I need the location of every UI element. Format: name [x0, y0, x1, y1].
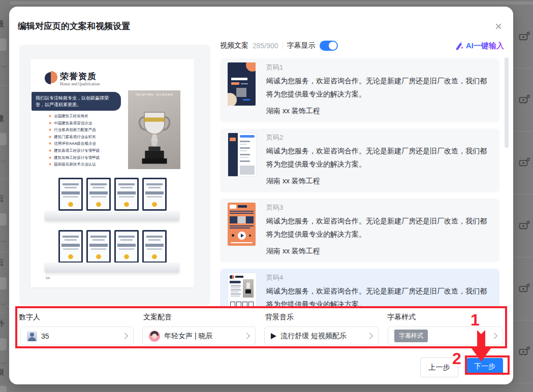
award-item: ★行业最具创新力配套产品 — [48, 127, 124, 135]
star-icon: ★ — [48, 127, 52, 132]
award-item: ★建筑门窗幕墙行业金轩奖 — [48, 135, 124, 142]
toggle-knob — [329, 42, 337, 50]
trophy-icon — [137, 107, 172, 167]
certificate — [86, 178, 111, 211]
page-copy-list: 页码1 竭诚为您服务，欢迎咨询合作。无论是新建厂房还是旧厂改造，我们都将为您提供… — [220, 58, 499, 307]
divider — [514, 320, 533, 320]
slide-page: 荣誉资质 Honor and Qualification 我们以专注铸就专业，以… — [30, 59, 194, 287]
video-music-icon — [518, 156, 530, 169]
company-name: 湖南 xx 装饰工程 — [266, 107, 320, 116]
annotation-box-step2 — [465, 355, 510, 375]
slide-title: 荣誉资质 — [60, 71, 97, 82]
page-copy-text: 竭诚为您服务，欢迎咨询合作。无论是新建厂房还是旧厂改造，我们都将为您提供最专业的… — [266, 74, 489, 101]
certificate — [142, 178, 167, 211]
slide-subtitle: Honor and Qualification — [60, 82, 100, 86]
background-label: 云 — [0, 194, 9, 204]
background-tag — [0, 338, 7, 350]
certificate — [86, 230, 111, 263]
star-icon: ★ — [48, 155, 52, 160]
page-thumbnail — [228, 273, 257, 307]
star-icon: ★ — [48, 141, 52, 146]
logo-shape-orange — [51, 71, 57, 83]
star-icon: ★ — [48, 114, 52, 118]
video-music-icon — [518, 282, 530, 295]
shelf — [45, 263, 179, 273]
background-tag — [0, 213, 7, 225]
page-copy-item-4[interactable]: 页码4 竭诚为您服务，欢迎咨询合作。无论是新建厂房还是旧厂改造，我们都将为您提供… — [220, 269, 499, 307]
close-icon[interactable]: × — [492, 20, 505, 33]
page-copy-text: 竭诚为您服务，欢迎咨询合作。无论是新建厂房还是旧厂改造，我们都将为您提供最专业的… — [266, 214, 489, 241]
slide-quote: 我们以专注铸就专业，以创新赢得荣誉，以严谨积累资质。 — [32, 92, 121, 111]
video-music-icon — [518, 345, 530, 357]
subtitle-toggle-label: 字幕显示 — [287, 41, 316, 50]
list-scrollbar[interactable] — [505, 57, 509, 148]
slide-preview-panel: 荣誉资质 Honor and Qualification 我们以专注铸就专业，以… — [19, 45, 210, 305]
background-tag — [0, 39, 7, 51]
background-shape — [0, 62, 7, 68]
page-copy-item-2[interactable]: 页码2 竭诚为您服务，欢迎咨询合作。无论是新建厂房还是旧厂改造，我们都将为您提供… — [220, 128, 499, 192]
ai-button-label: AI一键输入 — [466, 41, 504, 51]
divider — [514, 194, 533, 194]
divider — [514, 68, 533, 69]
background-top-edge — [10, 2, 533, 5]
company-name: 湖南 xx 装饰工程 — [266, 177, 320, 186]
star-icon: ★ — [48, 135, 52, 139]
subtitle-toggle[interactable] — [320, 41, 338, 51]
award-item: ★建筑幕墙工程设计专项甲级 — [48, 148, 124, 155]
divider — [0, 252, 9, 252]
certificate — [114, 178, 139, 211]
page-copy-text: 竭诚为您服务，欢迎咨询合作。无论是新建厂房还是旧厂改造，我们都将为您提供最专业的… — [266, 144, 489, 171]
background-label: 微 — [0, 114, 9, 123]
background-shape — [0, 156, 7, 162]
award-item: ★中国建筑幕墙百强企业 — [48, 121, 124, 128]
page-copy-item-3[interactable]: 页码3 竭诚为您服务，欢迎咨询合作。无论是新建厂房还是旧厂改造，我们都将为您提供… — [220, 199, 499, 263]
award-item: ★建筑装饰工程设计专项甲级 — [48, 155, 124, 162]
divider — [0, 179, 9, 179]
video-music-icon — [518, 219, 530, 232]
divider — [514, 383, 533, 383]
background-label: 坝 — [0, 368, 9, 377]
char-count: 285/900 — [253, 42, 278, 50]
background-tag — [0, 133, 7, 145]
background-shape — [0, 237, 7, 242]
background-label: 最 — [0, 19, 9, 29]
shelf — [45, 211, 179, 221]
star-icon: ★ — [48, 121, 52, 125]
video-music-icon — [518, 30, 530, 43]
slide-page-number: 04 — [46, 276, 50, 280]
page-thumbnail — [228, 133, 257, 177]
divider — [514, 131, 533, 132]
award-item: ★全国建筑工程装饰奖 — [48, 114, 124, 121]
page-thumbnail — [228, 62, 256, 106]
star-icon: ★ — [48, 148, 52, 153]
award-list: ★全国建筑工程装饰奖 ★中国建筑幕墙百强企业 ★行业最具创新力配套产品 ★建筑门… — [48, 114, 124, 169]
certificate — [58, 178, 83, 211]
annotation-number-1: 1 — [471, 312, 480, 328]
video-music-icon — [518, 93, 530, 106]
divider — [0, 85, 9, 86]
company-name: 湖南 xx 装饰工程 — [266, 247, 320, 256]
background-tag — [0, 386, 7, 392]
divider — [514, 257, 533, 257]
certificate — [58, 230, 83, 263]
annotation-number-2: 2 — [452, 350, 461, 367]
page-copy-text: 竭诚为您服务，欢迎咨询合作。无论是新建厂房还是旧厂改造，我们都将为您提供最专业的… — [266, 284, 489, 307]
magic-pen-icon — [455, 41, 464, 50]
certificate — [142, 230, 167, 263]
ai-autofill-button[interactable]: AI一键输入 — [455, 40, 504, 51]
background-shape — [0, 358, 7, 364]
divider — [0, 313, 9, 313]
award-item: ★信用评价AAA级合规企业 — [48, 141, 124, 148]
star-icon: ★ — [48, 162, 52, 167]
logo-shape-navy — [45, 72, 51, 84]
background-label: 云 — [0, 258, 9, 268]
page-number-label: 页码4 — [266, 273, 283, 282]
copy-label: 视频文案 — [220, 41, 248, 50]
page-thumbnail — [228, 203, 256, 246]
modal-title: 编辑对应页的文案和视频设置 — [18, 20, 130, 32]
trophy-photo: *图片源于网络，禁止商业用途 — [128, 90, 180, 169]
page-number-label: 页码3 — [266, 203, 283, 212]
divider — [283, 42, 283, 49]
background-label: 外 — [0, 319, 9, 329]
page-copy-item-1[interactable]: 页码1 竭诚为您服务，欢迎咨询合作。无论是新建厂房还是旧厂改造，我们都将为您提供… — [220, 58, 499, 122]
